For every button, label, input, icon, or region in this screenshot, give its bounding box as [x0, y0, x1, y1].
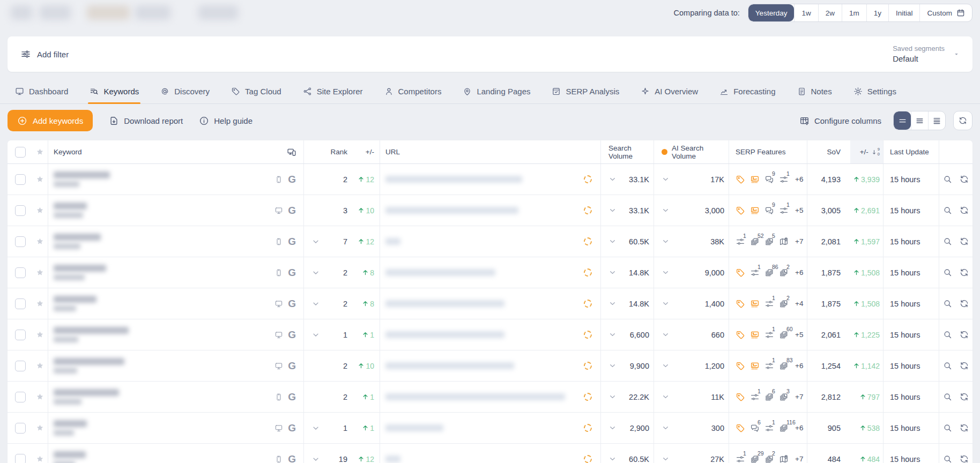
ai-search-volume-column-header[interactable]: AI Search Volume	[672, 144, 724, 160]
device-desktop-mobile-icon[interactable]	[286, 147, 297, 157]
refresh-icon[interactable]	[960, 206, 969, 215]
ai-search-volume-chevron-icon[interactable]	[662, 175, 670, 183]
refresh-icon[interactable]	[960, 361, 969, 370]
search-icon[interactable]	[943, 361, 952, 370]
star-icon[interactable]	[35, 147, 44, 156]
search-volume-chevron-icon[interactable]	[608, 362, 617, 370]
refresh-icon[interactable]	[960, 330, 969, 339]
favorite-star-icon[interactable]	[35, 206, 44, 215]
tab-serp-analysis[interactable]: SERP Analysis	[552, 79, 619, 103]
search-volume-chevron-icon[interactable]	[608, 424, 617, 432]
favorite-star-icon[interactable]	[35, 361, 44, 370]
tab-dashboard[interactable]: Dashboard	[15, 79, 68, 103]
expand-row-chevron-icon[interactable]	[311, 237, 320, 246]
favorite-star-icon[interactable]	[35, 268, 44, 277]
search-volume-chevron-icon[interactable]	[608, 206, 617, 214]
search-icon[interactable]	[943, 299, 952, 308]
configure-columns-button[interactable]: Configure columns	[799, 116, 881, 126]
expand-row-chevron-icon[interactable]	[311, 331, 320, 339]
tab-ai-overview[interactable]: AI Overview	[641, 79, 698, 103]
rank-change-column-header[interactable]: +/-	[347, 148, 374, 156]
download-report-button[interactable]: Download report	[109, 116, 183, 126]
row-checkbox[interactable]	[15, 174, 26, 185]
sort-desc-numeric-icon[interactable]: 9 0	[871, 147, 880, 156]
expand-row-chevron-icon[interactable]	[311, 268, 320, 277]
refresh-icon[interactable]	[960, 299, 969, 308]
expand-row-chevron-icon[interactable]	[311, 300, 320, 308]
favorite-star-icon[interactable]	[35, 392, 44, 401]
add-filter-button[interactable]: Add filter	[20, 49, 69, 59]
favorite-star-icon[interactable]	[35, 454, 44, 463]
density-option-3-button[interactable]	[928, 111, 945, 130]
tab-keywords[interactable]: Keywords	[90, 79, 139, 103]
row-checkbox[interactable]	[15, 298, 26, 309]
tab-site-explorer[interactable]: Site Explorer	[303, 79, 363, 103]
search-icon[interactable]	[943, 206, 952, 215]
search-volume-chevron-icon[interactable]	[608, 455, 617, 463]
refresh-icon[interactable]	[960, 175, 969, 184]
ai-search-volume-chevron-icon[interactable]	[662, 300, 670, 308]
period-1m-button[interactable]: 1m	[842, 4, 866, 21]
period-2w-button[interactable]: 2w	[818, 4, 842, 21]
row-checkbox[interactable]	[15, 236, 26, 247]
row-checkbox[interactable]	[15, 267, 26, 278]
ai-search-volume-chevron-icon[interactable]	[662, 206, 670, 214]
ai-search-volume-chevron-icon[interactable]	[662, 424, 670, 432]
select-all-checkbox[interactable]	[15, 147, 26, 158]
ai-search-volume-chevron-icon[interactable]	[662, 331, 670, 339]
tab-settings[interactable]: Settings	[853, 79, 896, 103]
add-keywords-button[interactable]: Add keywords	[8, 110, 93, 131]
search-icon[interactable]	[943, 454, 952, 463]
search-icon[interactable]	[943, 330, 952, 339]
sov-change-column-header[interactable]: +/-	[860, 148, 868, 156]
favorite-star-icon[interactable]	[35, 423, 44, 432]
tab-notes[interactable]: Notes	[797, 79, 832, 103]
tab-tag-cloud[interactable]: Tag Cloud	[231, 79, 281, 103]
search-volume-chevron-icon[interactable]	[608, 237, 617, 245]
search-volume-column-header[interactable]: Search Volume	[608, 144, 649, 160]
search-icon[interactable]	[943, 423, 952, 432]
last-update-column-header[interactable]: Last Update	[890, 148, 929, 156]
ai-search-volume-chevron-icon[interactable]	[662, 268, 670, 277]
search-volume-chevron-icon[interactable]	[608, 331, 617, 339]
ai-search-volume-chevron-icon[interactable]	[662, 455, 670, 463]
period-initial-button[interactable]: Initial	[888, 4, 920, 21]
density-option-2-button[interactable]	[911, 111, 928, 130]
refresh-icon[interactable]	[960, 392, 969, 401]
saved-segments-dropdown[interactable]: Saved segments Default	[893, 44, 960, 64]
ai-search-volume-chevron-icon[interactable]	[662, 393, 670, 401]
density-option-1-button[interactable]	[894, 111, 911, 130]
period-1w-button[interactable]: 1w	[794, 4, 818, 21]
search-volume-chevron-icon[interactable]	[608, 175, 617, 183]
search-volume-chevron-icon[interactable]	[608, 300, 617, 308]
row-checkbox[interactable]	[15, 205, 26, 216]
search-icon[interactable]	[943, 268, 952, 277]
ai-search-volume-chevron-icon[interactable]	[662, 237, 670, 245]
tab-forecasting[interactable]: Forecasting	[719, 79, 775, 103]
keyword-column-header[interactable]: Keyword	[54, 148, 82, 156]
row-checkbox[interactable]	[15, 454, 26, 463]
period-yesterday-button[interactable]: Yesterday	[748, 4, 795, 21]
period-custom-button[interactable]: Custom	[919, 4, 972, 21]
period-1y-button[interactable]: 1y	[866, 4, 888, 21]
favorite-star-icon[interactable]	[35, 299, 44, 308]
tab-discovery[interactable]: Discovery	[160, 79, 210, 103]
tab-landing-pages[interactable]: Landing Pages	[463, 79, 530, 103]
row-checkbox[interactable]	[15, 423, 26, 434]
serp-features-column-header[interactable]: SERP Features	[736, 148, 786, 156]
url-column-header[interactable]: URL	[385, 148, 400, 156]
refresh-icon[interactable]	[960, 454, 969, 463]
ai-search-volume-chevron-icon[interactable]	[662, 362, 670, 370]
search-icon[interactable]	[943, 175, 952, 184]
favorite-star-icon[interactable]	[35, 330, 44, 339]
row-checkbox[interactable]	[15, 330, 26, 340]
refresh-icon[interactable]	[960, 268, 969, 277]
search-icon[interactable]	[943, 392, 952, 401]
refresh-icon[interactable]	[960, 423, 969, 432]
search-volume-chevron-icon[interactable]	[608, 393, 617, 401]
tab-competitors[interactable]: Competitors	[384, 79, 442, 103]
row-checkbox[interactable]	[15, 392, 26, 402]
refresh-table-button[interactable]	[953, 111, 972, 130]
search-volume-chevron-icon[interactable]	[608, 268, 617, 277]
expand-row-chevron-icon[interactable]	[311, 424, 320, 432]
